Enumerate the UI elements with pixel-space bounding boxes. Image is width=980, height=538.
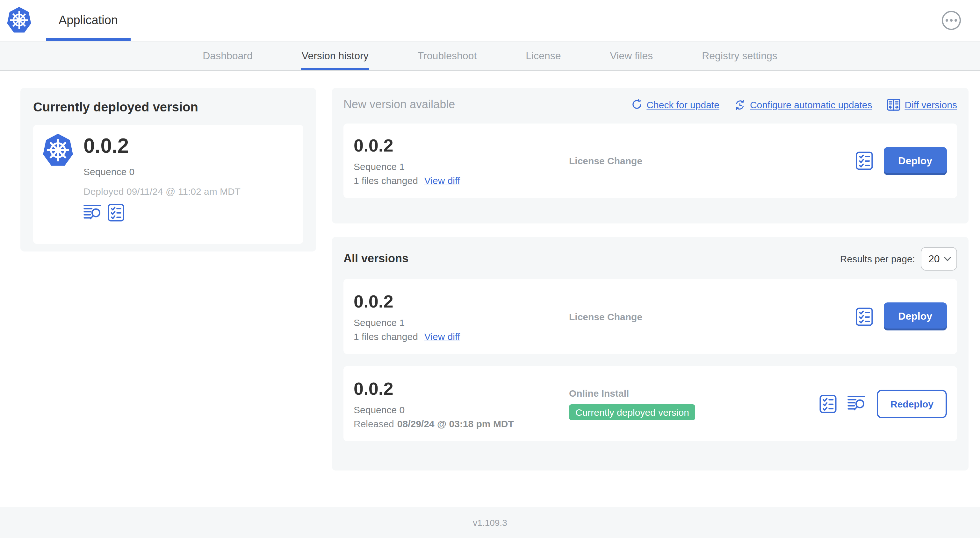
version-actions: Redeploy [820,389,947,418]
preflight-checklist-icon[interactable] [856,152,873,170]
version-info: 0.0.2 Sequence 1 1 files changed View di… [354,291,569,341]
version-info: 0.0.2 Sequence 1 1 files changed View di… [354,136,569,186]
currently-deployed-version-card: 0.0.2 Sequence 0 Deployed 09/11/24 @ 11:… [33,125,303,244]
diff-versions-link[interactable]: Diff versions [887,99,957,111]
all-versions-title: All versions [344,252,409,265]
version-number: 0.0.2 [354,379,569,399]
current-version-deployed-timestamp: Deployed 09/11/24 @ 11:02 am MDT [83,186,240,197]
current-version-number: 0.0.2 [83,134,240,158]
version-source: License Change [569,156,856,166]
main-content: Currently deployed version 0.0.2 Sequ [0,71,980,507]
kubernetes-wheel-icon [6,6,32,34]
new-version-panel: New version available Check for update [332,88,969,224]
view-diff-link[interactable]: View diff [424,331,460,341]
files-changed: 1 files changed View diff [354,175,569,186]
current-version-details: 0.0.2 Sequence 0 Deployed 09/11/24 @ 11:… [83,133,240,236]
deploy-logs-icon[interactable] [83,205,102,221]
version-actions: Deploy [856,147,947,175]
footer: v1.109.3 [0,507,980,538]
version-number: 0.0.2 [354,136,569,156]
currently-deployed-title: Currently deployed version [33,100,303,114]
version-source-label: Online Install [569,387,820,398]
version-row: 0.0.2 Sequence 0 Released08/29/24 @ 03:1… [344,366,957,441]
results-per-page: Results per page: 20 [840,247,957,271]
check-for-update-link[interactable]: Check for update [631,99,719,110]
tab-view-files[interactable]: View files [609,41,654,70]
kubernetes-wheel-icon [42,133,74,168]
tab-version-history[interactable]: Version history [301,41,369,70]
results-per-page-select[interactable]: 20 [921,247,957,271]
app-title: Application [59,13,118,27]
new-version-header: New version available Check for update [344,98,957,111]
nav-tab-bar: Dashboard Version history Troubleshoot L… [0,41,980,71]
app-window: Application Dashboard Version history Tr… [0,0,980,538]
sync-clock-icon [734,99,746,111]
version-source-label: License Change [569,311,856,322]
preflight-checklist-icon[interactable] [108,204,124,222]
version-source: Online Install Currently deployed versio… [569,387,820,420]
results-per-page-label: Results per page: [840,253,915,264]
app-logo [6,0,32,41]
check-update-refresh-icon [631,99,642,110]
diff-columns-icon [887,99,900,111]
deploy-logs-icon[interactable] [848,395,866,412]
version-sequence: Sequence 1 [354,317,569,328]
preflight-checklist-icon[interactable] [820,394,837,413]
tab-dashboard[interactable]: Dashboard [202,41,253,70]
configure-automatic-updates-link[interactable]: Configure automatic updates [734,99,872,111]
version-source-label: License Change [569,156,856,166]
files-changed: 1 files changed View diff [354,331,569,341]
right-column: New version available Check for update [332,88,969,470]
view-diff-link[interactable]: View diff [424,175,460,186]
new-version-title: New version available [344,98,455,111]
new-version-row: 0.0.2 Sequence 1 1 files changed View di… [344,124,957,198]
more-options-button[interactable] [942,11,961,30]
version-actions: Deploy [856,302,947,330]
all-versions-header: All versions Results per page: 20 [344,247,957,271]
preflight-checklist-icon[interactable] [856,307,873,326]
redeploy-button[interactable]: Redeploy [877,389,947,418]
tab-license[interactable]: License [525,41,562,70]
version-sequence: Sequence 1 [354,161,569,172]
admin-console-version: v1.109.3 [473,517,507,527]
currently-deployed-card: Currently deployed version 0.0.2 Sequ [21,88,316,251]
app-title-tab[interactable]: Application [46,0,130,41]
ellipsis-icon [946,19,948,22]
version-sequence: Sequence 0 [354,404,569,415]
current-version-sequence: Sequence 0 [83,166,240,177]
version-source: License Change [569,311,856,322]
all-versions-panel: All versions Results per page: 20 [332,237,969,470]
released-timestamp: Released08/29/24 @ 03:18 pm MDT [354,418,569,429]
top-bar: Application [0,0,980,41]
currently-deployed-badge: Currently deployed version [569,404,695,420]
current-version-actions [83,204,240,222]
deploy-button[interactable]: Deploy [883,302,947,330]
results-per-page-box: 20 [921,247,957,271]
new-version-links: Check for update Configure automatic upd… [631,99,957,111]
deploy-button[interactable]: Deploy [883,147,947,175]
version-info: 0.0.2 Sequence 0 Released08/29/24 @ 03:1… [354,379,569,429]
version-number: 0.0.2 [354,291,569,312]
version-row: 0.0.2 Sequence 1 1 files changed View di… [344,279,957,354]
tab-troubleshoot[interactable]: Troubleshoot [417,41,477,70]
tab-registry-settings[interactable]: Registry settings [701,41,778,70]
topbar-spacer [130,0,942,41]
